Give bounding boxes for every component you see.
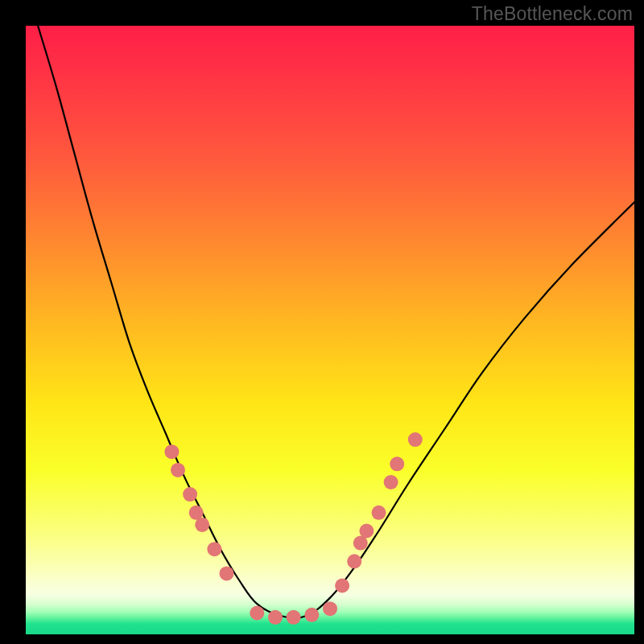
- data-marker: [220, 566, 234, 580]
- data-marker: [287, 610, 301, 625]
- data-marker: [359, 524, 374, 539]
- data-marker: [408, 432, 423, 447]
- chart-overlay: [26, 26, 634, 634]
- data-marker: [207, 542, 221, 556]
- data-marker: [390, 456, 404, 471]
- data-marker: [183, 487, 197, 502]
- marker-group: [164, 432, 422, 625]
- data-marker: [250, 606, 264, 621]
- data-marker: [335, 579, 349, 593]
- data-marker: [347, 554, 361, 568]
- data-marker: [268, 610, 283, 625]
- bottleneck-curve: [38, 26, 634, 618]
- data-marker: [323, 601, 337, 616]
- watermark-text: TheBottleneck.com: [472, 3, 633, 25]
- chart-container: TheBottleneck.com: [0, 0, 644, 644]
- data-marker: [384, 475, 398, 489]
- data-marker: [171, 463, 185, 477]
- data-marker: [304, 608, 319, 622]
- plot-area: [26, 26, 634, 634]
- data-marker: [372, 506, 386, 520]
- data-marker: [164, 444, 179, 459]
- data-marker: [195, 518, 209, 532]
